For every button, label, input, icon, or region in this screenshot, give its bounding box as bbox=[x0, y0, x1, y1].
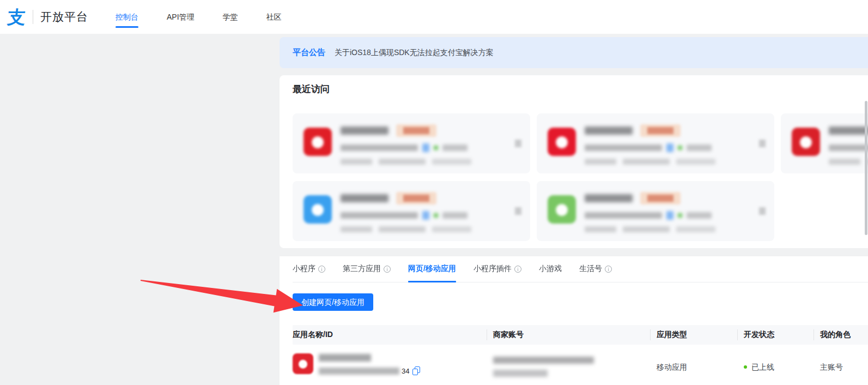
blurred-meta bbox=[687, 145, 712, 151]
blurred-detail bbox=[585, 226, 616, 232]
recent-app-card-1[interactable] bbox=[537, 113, 774, 173]
blurred-badge bbox=[640, 192, 681, 204]
blurred-meta bbox=[341, 212, 418, 219]
blurred-corner-mark bbox=[515, 140, 521, 147]
annotation-arrow-shape bbox=[141, 280, 303, 312]
blurred-meta bbox=[687, 212, 712, 219]
card-detail-row bbox=[829, 159, 868, 165]
blurred-detail bbox=[676, 159, 715, 165]
cell-dev-status: 已上线 bbox=[737, 353, 814, 372]
tab-label: 网页/移动应用 bbox=[408, 264, 456, 274]
blurred-corner-mark bbox=[515, 207, 521, 215]
info-icon[interactable]: i bbox=[384, 266, 391, 273]
blurred-tag bbox=[422, 211, 429, 220]
tab-3[interactable]: 小程序插件i bbox=[474, 256, 521, 282]
blurred-badge bbox=[640, 124, 681, 137]
column-header-3: 开发状态 bbox=[737, 325, 814, 345]
blurred-tag bbox=[422, 143, 429, 152]
blurred-meta bbox=[442, 212, 468, 219]
tab-label: 小游戏 bbox=[539, 264, 562, 274]
info-icon[interactable]: i bbox=[514, 266, 521, 273]
blurred-status-dot bbox=[678, 146, 682, 150]
tab-0[interactable]: 小程序i bbox=[293, 256, 325, 282]
blurred-app-id bbox=[319, 368, 399, 375]
nav-item-1[interactable]: API管理 bbox=[167, 0, 195, 34]
card-meta-row bbox=[585, 143, 712, 152]
blurred-detail bbox=[432, 226, 471, 232]
app-icon bbox=[304, 128, 332, 156]
tab-label: 小程序i bbox=[293, 264, 325, 274]
top-nav-bar: 支 开放平台 控制台API管理学堂社区 bbox=[0, 0, 868, 34]
blurred-app-name bbox=[319, 354, 371, 362]
copy-icon[interactable] bbox=[412, 366, 420, 375]
create-web-mobile-app-button[interactable]: 创建网页/移动应用 bbox=[293, 293, 373, 311]
app-icon bbox=[792, 128, 820, 156]
blurred-merchant-account-2 bbox=[493, 370, 548, 377]
tab-1[interactable]: 第三方应用i bbox=[343, 256, 391, 282]
card-title-row bbox=[341, 124, 436, 137]
blurred-detail bbox=[379, 226, 426, 232]
announcement-tag: 平台公告 bbox=[293, 47, 325, 58]
apps-table: 应用名称/ID商家账号应用类型开发状态我的角色 34 bbox=[293, 325, 868, 377]
logo-divider bbox=[33, 10, 33, 24]
tab-4[interactable]: 小游戏 bbox=[539, 256, 562, 282]
blurred-corner-mark bbox=[759, 207, 766, 215]
blurred-status-dot bbox=[678, 213, 682, 218]
blurred-badge bbox=[396, 192, 436, 204]
blurred-tag bbox=[666, 143, 673, 152]
recent-cards-grid bbox=[293, 113, 868, 241]
blurred-detail bbox=[341, 226, 372, 232]
recent-app-card-2[interactable] bbox=[781, 113, 868, 173]
blurred-detail bbox=[341, 159, 372, 165]
cell-app-name-id: 34 bbox=[293, 353, 487, 375]
recent-visits-section: 最近访问 bbox=[280, 75, 868, 248]
info-icon[interactable]: i bbox=[318, 266, 325, 273]
main-nav: 控制台API管理学堂社区 bbox=[116, 0, 282, 34]
card-meta-row bbox=[341, 143, 468, 152]
blurred-meta bbox=[585, 145, 662, 151]
card-title-row bbox=[341, 192, 436, 204]
card-detail-row bbox=[585, 226, 715, 232]
announcement-banner: 平台公告 关于iOS18上偶现SDK无法拉起支付宝解决方案 bbox=[280, 37, 868, 68]
app-type-tabs: 小程序i第三方应用i网页/移动应用小程序插件i小游戏生活号i bbox=[293, 256, 868, 282]
card-detail-row bbox=[585, 159, 715, 165]
app-icon bbox=[548, 128, 576, 156]
app-id-suffix: 34 bbox=[402, 367, 409, 375]
cell-my-role: 主账号 bbox=[814, 353, 868, 372]
brand-title: 开放平台 bbox=[40, 9, 88, 25]
column-header-4: 我的角色 bbox=[814, 325, 868, 345]
table-row[interactable]: 34 移动应用 已上线 主账号 bbox=[293, 345, 868, 377]
apps-section: 小程序i第三方应用i网页/移动应用小程序插件i小游戏生活号i 创建网页/移动应用… bbox=[280, 256, 868, 385]
nav-item-3[interactable]: 社区 bbox=[266, 0, 282, 34]
blurred-meta bbox=[341, 145, 418, 151]
blurred-app-name bbox=[585, 194, 633, 202]
blurred-status-dot bbox=[434, 146, 438, 150]
blurred-detail bbox=[829, 159, 860, 165]
nav-item-0[interactable]: 控制台 bbox=[116, 0, 138, 34]
tab-5[interactable]: 生活号i bbox=[579, 256, 612, 282]
card-detail-row bbox=[341, 159, 471, 165]
blurred-detail bbox=[623, 159, 670, 165]
content-column: 平台公告 关于iOS18上偶现SDK无法拉起支付宝解决方案 最近访问 小程序i第… bbox=[280, 34, 868, 385]
blurred-meta bbox=[442, 145, 468, 151]
blurred-detail bbox=[676, 226, 715, 232]
tab-label: 小程序插件i bbox=[474, 264, 521, 274]
info-icon[interactable]: i bbox=[605, 266, 612, 273]
app-icon bbox=[548, 195, 576, 224]
tab-label: 第三方应用i bbox=[343, 264, 391, 274]
card-meta-row bbox=[585, 211, 712, 220]
column-header-2: 应用类型 bbox=[650, 325, 737, 345]
nav-item-2[interactable]: 学堂 bbox=[223, 0, 238, 34]
recent-app-card-0[interactable] bbox=[293, 113, 530, 173]
cell-merchant-account bbox=[487, 353, 650, 377]
recent-app-card-3[interactable] bbox=[293, 181, 530, 241]
online-status-dot-icon bbox=[744, 365, 747, 369]
blurred-app-name bbox=[585, 127, 633, 135]
vertical-scrollbar-thumb[interactable] bbox=[865, 101, 867, 235]
table-header-row: 应用名称/ID商家账号应用类型开发状态我的角色 bbox=[293, 325, 868, 345]
blurred-app-name bbox=[341, 127, 389, 135]
tab-2[interactable]: 网页/移动应用 bbox=[408, 256, 456, 282]
announcement-link[interactable]: 关于iOS18上偶现SDK无法拉起支付宝解决方案 bbox=[335, 48, 494, 58]
recent-app-card-4[interactable] bbox=[537, 181, 774, 241]
blurred-status-dot bbox=[434, 213, 438, 218]
